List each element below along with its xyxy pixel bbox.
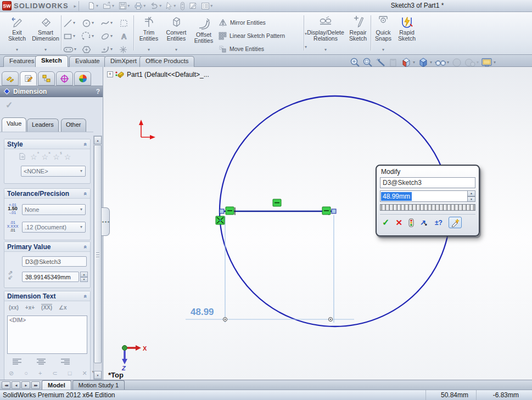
dropdown-arrow-icon[interactable]: ▾ — [4, 48, 30, 52]
dimension-value-label[interactable]: 48.99 — [191, 307, 214, 317]
graphics-area[interactable]: + Part1 (Default<<Default>_... — [104, 67, 532, 380]
next-tab-button[interactable]: ▶ — [21, 381, 30, 389]
dropdown-arrow-icon[interactable]: ▾ — [31, 48, 60, 52]
precision-select[interactable]: .12 (Document) ▾ — [22, 222, 86, 233]
modify-dialog-title[interactable]: Modify — [380, 167, 475, 177]
value-spinner[interactable]: ▲ ▼ — [80, 272, 88, 282]
dropdown-arrow-icon[interactable]: ▾ — [111, 4, 115, 8]
tab-other[interactable]: Other — [61, 119, 86, 132]
add-style-icon[interactable]: ☆+ — [30, 153, 37, 162]
style-group-header[interactable]: Style « — [4, 139, 90, 149]
dropdown-arrow-icon[interactable]: ▾ — [110, 47, 113, 52]
spline-tool[interactable]: ▾ — [100, 16, 118, 30]
panel-collapse-handle[interactable]: ◄◄◄ — [102, 207, 110, 236]
repair-sketch-button[interactable]: Repair Sketch — [346, 14, 369, 53]
dropdown-arrow-icon[interactable]: ▾ — [110, 34, 113, 38]
tab-display-manager[interactable] — [74, 71, 91, 86]
dropdown-arrow-icon[interactable]: ▾ — [136, 48, 161, 52]
relation-badge-coincident[interactable] — [216, 216, 225, 224]
dropdown-arrow-icon[interactable]: ▾ — [163, 48, 190, 52]
spin-up-icon[interactable]: ▲ — [467, 190, 475, 196]
tab-dimxpert[interactable]: DimXpert — [104, 56, 143, 67]
tab-office-products[interactable]: Office Products — [139, 56, 194, 67]
linear-sketch-pattern-button[interactable]: Linear Sketch Pattern — [219, 30, 302, 42]
print-button[interactable]: ▾ — [133, 1, 147, 12]
spin-down-icon[interactable]: ▼ — [467, 196, 475, 202]
scroll-down-button[interactable]: ▼ — [94, 371, 102, 379]
line-endpoint-left[interactable] — [220, 209, 224, 213]
polygon-tool[interactable] — [82, 43, 99, 56]
rebuild-button[interactable] — [408, 218, 414, 227]
ellipse-tool[interactable]: ▾ — [100, 30, 118, 43]
help-icon[interactable]: ? — [96, 88, 100, 95]
offset-entities-button[interactable]: Offset Entities — [191, 16, 216, 55]
dropdown-arrow-icon[interactable]: ▾ — [91, 21, 94, 25]
dropdown-arrow-icon[interactable]: ▾ — [72, 21, 76, 25]
cancel-button[interactable]: ✕ — [395, 218, 402, 228]
mark-for-drawing-button[interactable]: ±? — [435, 219, 443, 227]
previous-tab-button[interactable]: ◀ — [12, 381, 20, 389]
last-tab-button[interactable]: ▶▶ — [31, 381, 40, 389]
dropdown-arrow-icon[interactable]: ▾ — [412, 60, 416, 65]
collapse-chevron-icon[interactable]: « — [82, 142, 89, 145]
panel-scrollbar[interactable]: ▲ ▼ — [93, 136, 102, 380]
tab-motion-study[interactable]: Motion Study 1 — [72, 380, 125, 390]
dropdown-arrow-icon[interactable]: ▾ — [127, 4, 130, 8]
tab-leaders[interactable]: Leaders — [27, 119, 59, 132]
exit-sketch-button[interactable]: Exit Sketch ▾ — [4, 14, 30, 53]
tab-feature-manager-tree[interactable] — [2, 71, 19, 86]
undo-button[interactable]: ▾ — [149, 1, 163, 12]
spin-increment-button[interactable] — [449, 217, 462, 228]
scrollbar-thumb[interactable] — [94, 145, 102, 363]
point-tool[interactable] — [119, 43, 137, 56]
dropdown-arrow-icon[interactable]: ▾ — [210, 4, 213, 8]
fillet-tool[interactable]: ▾ — [100, 43, 118, 56]
reverse-direction-button[interactable]: ↗↘ — [420, 218, 429, 227]
modify-dimension-name-field[interactable]: D3@Sketch3 — [380, 177, 475, 188]
modify-value-spinner[interactable]: ▲ ▼ — [467, 190, 475, 202]
new-button[interactable]: ▾ — [86, 1, 100, 12]
angle-text-icon[interactable]: ∠x — [59, 305, 67, 311]
open-button[interactable]: ▾ — [102, 1, 116, 12]
first-tab-button[interactable]: ◀◀ — [2, 381, 10, 389]
dropdown-arrow-icon[interactable]: ▾ — [493, 60, 496, 65]
select-button[interactable]: ▾ — [165, 1, 177, 12]
save-button[interactable]: ▾ — [117, 1, 131, 12]
tab-evaluate[interactable]: Evaluate — [69, 56, 106, 67]
dropdown-arrow-icon[interactable]: ▾ — [74, 47, 77, 52]
style-file-icon[interactable]: ☆ — [64, 153, 71, 162]
dropdown-arrow-icon[interactable]: ▾ — [96, 4, 99, 8]
primary-value-group-header[interactable]: Primary Value « — [4, 242, 90, 252]
tab-value[interactable]: Value — [2, 117, 26, 132]
relation-badge-horizontal[interactable] — [273, 199, 281, 206]
line-endpoint-right[interactable] — [332, 209, 336, 213]
sketch-origin[interactable] — [139, 120, 155, 139]
move-entities-button[interactable]: Move Entities — [219, 43, 302, 55]
modify-dialog[interactable]: Modify D3@Sketch3 48.99mm ▲ ▼ ✓ ✕ ↗↘ ±? — [376, 165, 480, 236]
smart-dimension-button[interactable]: Smart Dimension ▾ — [31, 14, 60, 53]
dashed-box-tool[interactable] — [119, 16, 137, 30]
rapid-sketch-button[interactable]: Rapid Sketch — [395, 14, 419, 53]
align-center-icon[interactable] — [36, 358, 46, 365]
align-left-icon[interactable] — [12, 358, 22, 365]
dropdown-arrow-icon[interactable]: ▾ — [110, 21, 113, 25]
options-button[interactable]: ▾ — [200, 1, 214, 12]
arc-tool[interactable]: ▾ — [82, 30, 99, 43]
tolerance-select[interactable]: None ▾ — [22, 204, 86, 215]
thumbwheel[interactable] — [380, 204, 475, 211]
slot-tool[interactable]: ▾ — [63, 43, 81, 56]
inspection-icon[interactable]: (XX) — [41, 305, 52, 311]
align-right-icon[interactable] — [60, 358, 70, 365]
relation-badge-horizontal[interactable] — [226, 207, 234, 215]
dropdown-arrow-icon[interactable]: ▾ — [173, 4, 176, 8]
dropdown-arrow-icon[interactable]: ▾ — [446, 60, 450, 65]
dimension-arrow-handle[interactable] — [223, 317, 227, 321]
tolerance-group-header[interactable]: Tolerance/Precision « — [4, 189, 90, 199]
dropdown-arrow-icon[interactable]: ▾ — [72, 34, 76, 38]
modify-value-input[interactable]: 48.99mm — [380, 190, 467, 202]
collapse-chevron-icon[interactable]: « — [82, 294, 89, 297]
dimension-text-group-header[interactable]: Dimension Text « — [4, 291, 90, 301]
display-delete-relations-button[interactable]: Display/Delete Relations ▾ — [306, 14, 345, 53]
file-properties-button[interactable] — [188, 1, 198, 12]
trim-entities-button[interactable]: Trim Entities ▾ — [136, 14, 161, 53]
